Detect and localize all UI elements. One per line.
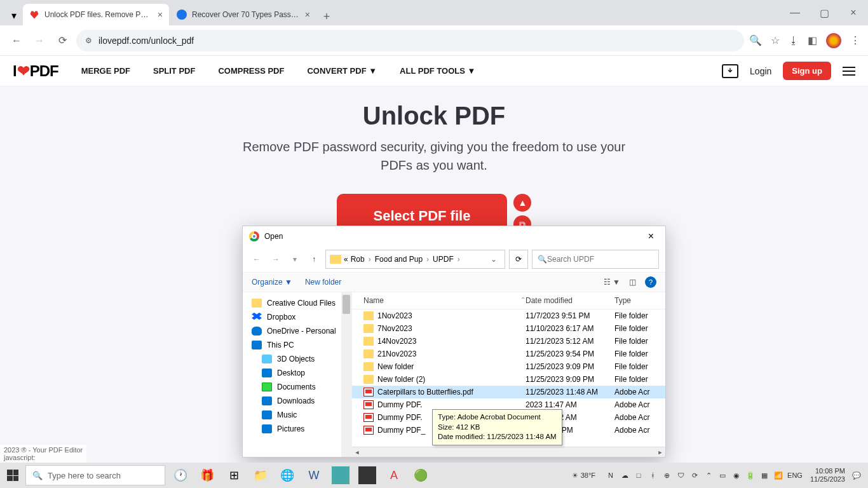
signup-button[interactable]: Sign up [783,62,831,80]
search-input[interactable] [547,255,653,264]
dialog-close-button[interactable]: × [643,228,659,245]
close-window-button[interactable]: × [839,0,868,25]
downloads-icon[interactable]: ⭳ [789,35,799,46]
task-chrome-icon[interactable]: 🌐 [275,463,300,488]
start-button[interactable] [0,463,25,488]
tray-chevron-up-icon[interactable]: ⌃ [703,470,714,480]
tree-item[interactable]: This PC [243,338,351,352]
tray-bluetooth-icon[interactable]: ᚼ [648,470,658,480]
notifications-button[interactable]: 💬 [849,463,864,488]
task-app3-icon[interactable]: 🟢 [408,463,433,488]
crumb-rob[interactable]: Rob [351,255,365,264]
tray-onedrive-icon[interactable]: ☁ [620,470,630,480]
tray-onenote-icon[interactable]: N [606,470,616,480]
profile-avatar[interactable] [826,33,841,48]
nav-recent-dropdown[interactable]: ▾ [287,255,302,264]
task-word-icon[interactable]: W [301,463,327,488]
folder-icon [252,299,262,308]
taskbar-search[interactable]: 🔍 Type here to search [25,465,165,485]
maximize-button[interactable]: ▢ [810,0,839,25]
file-row[interactable]: New folder (2)11/25/2023 9:09 PMFile fol… [352,373,665,386]
tree-item[interactable]: Pictures [243,422,351,436]
browser-tab-active[interactable]: Unlock PDF files. Remove PDF p × [23,4,169,25]
organize-menu[interactable]: Organize ▼ [252,278,292,287]
site-settings-icon[interactable]: ⚙ [85,36,92,45]
tree-item[interactable]: Creative Cloud Files [243,296,351,310]
tray-battery-icon[interactable]: 🔋 [745,470,756,480]
login-link[interactable]: Login [750,66,771,76]
nav-merge[interactable]: MERGE PDF [81,66,130,76]
file-row[interactable]: New folder11/25/2023 9:09 PMFile folder [352,360,665,373]
minimize-button[interactable]: — [780,0,810,25]
forward-button[interactable]: → [31,32,48,50]
tree-item[interactable]: Desktop [243,366,351,380]
weather-widget[interactable]: ☀ 38°F [572,471,595,480]
reload-button[interactable]: ⟳ [53,32,71,50]
file-row[interactable]: 21Nov202311/25/2023 9:54 PMFile folder [352,348,665,360]
tray-display-icon[interactable]: ▭ [717,470,728,480]
tree-item[interactable]: 3D Objects [243,352,351,366]
tray-box-icon[interactable]: □ [634,470,644,480]
crumb-food[interactable]: Food and Pup [375,255,423,264]
tree-item[interactable]: Dropbox [243,310,351,324]
side-panel-icon[interactable]: ◧ [808,34,817,46]
browser-tab-inactive[interactable]: Recover Over 70 Types Passwor × [170,4,316,25]
col-date-header[interactable]: Date modified [526,296,614,305]
new-tab-button[interactable]: + [318,8,336,25]
tray-wifi-icon[interactable]: 📶 [773,470,783,480]
back-button[interactable]: ← [8,32,25,50]
nav-compress[interactable]: COMPRESS PDF [218,66,284,76]
tray-security-icon[interactable]: 🛡 [675,470,686,480]
nav-all-tools[interactable]: ALL PDF TOOLS ▼ [400,66,475,76]
search-box[interactable]: 🔍 [532,250,659,269]
task-explorer-icon[interactable]: 📁 [248,463,273,488]
tray-nvidia-icon[interactable]: ◉ [731,470,742,480]
tray-app-icon[interactable]: ⊕ [661,470,672,480]
site-logo[interactable]: I ❤ PDF [13,62,58,80]
nav-up-button[interactable]: ↑ [306,255,322,264]
task-app2-icon[interactable] [358,466,376,484]
desktop-app-icon[interactable] [722,64,738,78]
nav-forward-button[interactable]: → [268,255,283,264]
task-clock-icon[interactable]: 🕐 [168,463,193,488]
zoom-icon[interactable]: 🔍 [749,34,762,46]
file-row[interactable]: Caterpillars to Butterflies.pdf11/25/202… [352,386,665,398]
tree-item[interactable]: Music [243,408,351,422]
crumb-updf[interactable]: UPDF [433,255,454,264]
file-row[interactable]: 7Nov202311/10/2023 6:17 AMFile folder [352,322,665,335]
nav-back-button[interactable]: ← [249,255,264,264]
col-type-header[interactable]: Type [614,296,659,305]
tray-network-icon[interactable]: ▦ [759,470,770,480]
menu-icon[interactable] [843,67,855,76]
browser-menu-icon[interactable]: ⋮ [850,34,860,46]
nav-split[interactable]: SPLIT PDF [153,66,195,76]
close-tab-icon[interactable]: × [158,10,163,20]
file-row[interactable]: 1Nov202311/7/2023 9:51 PMFile folder [352,309,665,322]
google-drive-button[interactable]: ▲ [513,194,531,212]
tray-lang-icon[interactable]: ENG [787,470,803,480]
task-gift-icon[interactable]: 🎁 [194,463,220,488]
task-acrobat-icon[interactable]: A [381,463,407,488]
breadcrumb-bar[interactable]: « Rob› Food and Pup› UPDF› ⌄ [325,250,505,269]
tree-item[interactable]: Documents [243,380,351,394]
tree-scrollbar[interactable] [341,292,351,457]
nav-convert[interactable]: CONVERT PDF ▼ [307,66,377,76]
view-options-button[interactable]: ☷ ▼ [604,278,620,287]
tray-sync-icon[interactable]: ⟳ [689,470,700,480]
tabs-dropdown[interactable]: ▾ [5,5,23,25]
preview-pane-button[interactable]: ◫ [629,278,636,287]
refresh-button[interactable]: ⟳ [509,250,528,269]
file-row[interactable]: 14Nov202311/21/2023 5:12 AMFile folder [352,335,665,348]
close-tab-icon[interactable]: × [305,10,310,20]
taskbar-clock[interactable]: 10:08 PM 11/25/2023 [810,467,845,484]
crumb-dropdown[interactable]: ⌄ [487,255,501,264]
bookmark-icon[interactable]: ☆ [771,34,780,46]
task-app-icon[interactable] [332,466,349,484]
horizontal-scrollbar[interactable]: ◄► [352,447,665,457]
new-folder-button[interactable]: New folder [305,278,341,287]
tree-item[interactable]: OneDrive - Personal [243,324,351,338]
help-button[interactable]: ? [645,276,656,288]
task-view-icon[interactable]: ⊞ [221,463,247,488]
tree-item[interactable]: Downloads [243,394,351,408]
url-input[interactable]: ⚙ ilovepdf.com/unlock_pdf [76,30,744,51]
